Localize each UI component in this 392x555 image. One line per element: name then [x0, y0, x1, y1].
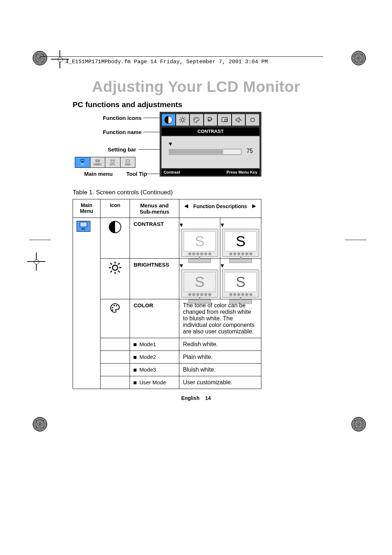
- th-icon: Icon: [101, 199, 130, 218]
- td-menu: COLOR: [130, 299, 179, 338]
- crop-mark-line: [345, 240, 367, 240]
- monitor-sample-high: ▾S: [221, 262, 261, 296]
- osd-function-name: CONTRAST: [162, 127, 260, 135]
- osd-icon-reset: [204, 114, 218, 126]
- osd-icon-contrast: [162, 114, 176, 126]
- mute-icon: [235, 116, 242, 123]
- brightness-icon: [109, 269, 121, 275]
- svg-point-20: [197, 118, 198, 119]
- td-desc: Plain white.: [179, 351, 261, 364]
- crop-mark: [351, 51, 366, 65]
- osd-tooltip-left: Contrast: [164, 170, 180, 174]
- svg-rect-5: [111, 160, 114, 162]
- svg-line-16: [180, 122, 181, 122]
- leader-line: [143, 118, 160, 118]
- osd-icon-pip: [217, 114, 232, 126]
- td-menu: BRIGHTNESS: [130, 259, 179, 299]
- svg-point-37: [112, 309, 113, 311]
- main-menu-tabs: PC VIDEO DTV OSD: [75, 157, 135, 168]
- footer-page: 14: [205, 395, 211, 401]
- svg-point-19: [196, 118, 196, 119]
- pc-badge: PC: [77, 221, 90, 232]
- crop-mark: [33, 51, 47, 65]
- main-menu-tab-label: VIDEO: [94, 163, 102, 166]
- svg-point-3: [96, 161, 97, 162]
- svg-line-23: [240, 119, 242, 121]
- svg-line-30: [110, 263, 112, 264]
- palette-icon: [193, 116, 200, 123]
- osd-setting-bar: [169, 149, 241, 154]
- bullet-icon: [134, 356, 136, 359]
- svg-line-17: [184, 117, 185, 118]
- svg-point-34: [112, 307, 113, 308]
- svg-point-9: [181, 118, 184, 121]
- marker-icon: ▾: [169, 140, 172, 148]
- osd-panel: CONTRAST ▾ 75 Contrast Press Menu Key: [160, 112, 261, 177]
- svg-point-4: [98, 161, 99, 162]
- svg-point-18: [195, 119, 195, 120]
- slider-fill: [169, 149, 223, 154]
- footer-lang: English: [181, 395, 200, 401]
- svg-line-7: [114, 159, 115, 160]
- main-menu-tab-video: VIDEO: [90, 157, 106, 167]
- td-main-menu-badge: PC: [73, 218, 101, 389]
- header-meta: 4_E151MP171MPbody.fm Page 14 Friday, Sep…: [65, 59, 268, 65]
- osd-value: 75: [246, 148, 253, 154]
- svg-rect-24: [251, 118, 254, 121]
- td-icon: [101, 218, 130, 259]
- antenna-icon: [110, 159, 115, 163]
- monitor-icon: [80, 222, 87, 227]
- svg-point-25: [113, 265, 118, 270]
- page-title: Adjusting Your LCD Monitor: [0, 78, 392, 96]
- osd-icon-mute: [232, 114, 246, 126]
- td-icon: [101, 376, 130, 389]
- svg-point-36: [116, 305, 117, 306]
- td-icon: [101, 351, 130, 364]
- osd-icon-brightness: [176, 114, 190, 126]
- crop-mark: [33, 417, 47, 432]
- osd-body: ▾ 75: [162, 136, 260, 168]
- osd-tooltip-right: Press Menu Key: [226, 170, 257, 174]
- leader-line: [147, 174, 161, 174]
- bullet-icon: [134, 381, 136, 384]
- th-main-menu: Main Menu: [73, 199, 101, 218]
- left-arrow-icon: ◄: [183, 202, 189, 210]
- crop-mark: [31, 256, 42, 267]
- label-function-icons: Function icons: [91, 115, 142, 121]
- th-fd-label: Function Descriptions: [189, 203, 251, 209]
- td-icon: [101, 338, 130, 351]
- svg-line-6: [111, 159, 112, 160]
- th-function-descriptions: ◄ Function Descriptions ►: [179, 199, 261, 218]
- svg-rect-8: [126, 160, 129, 162]
- td-icon: [101, 259, 130, 299]
- td-desc: User customizable.: [179, 376, 261, 389]
- screen-controls-table: Main Menu Icon Menus and Sub-menus ◄ Fun…: [73, 199, 261, 389]
- td-desc: The tone of color can be changed from re…: [179, 299, 261, 338]
- tape-icon: [95, 159, 101, 163]
- td-menu: Mode1: [130, 338, 179, 351]
- main-menu-tab-label: DTV: [110, 163, 115, 166]
- crop-mark: [54, 54, 65, 65]
- main-menu-tab-osd: OSD: [121, 157, 135, 167]
- table-caption: Table 1. Screen controls (Continued): [73, 189, 173, 196]
- crop-mark: [351, 417, 366, 432]
- main-menu-tab-dtv: DTV: [105, 157, 121, 167]
- main-menu-tab-label: PC: [81, 163, 84, 166]
- td-menu: User Mode: [130, 376, 179, 389]
- crop-mark-line: [29, 240, 51, 240]
- svg-line-15: [184, 122, 185, 122]
- palette-icon: [109, 309, 121, 315]
- label-main-menu: Main menu: [84, 171, 113, 177]
- monitor-icon: [79, 159, 85, 163]
- main-menu-tab-label: OSD: [125, 163, 130, 166]
- osd-icon-palette: [189, 114, 204, 126]
- box-icon: [125, 159, 131, 163]
- reset-icon: [207, 116, 214, 123]
- td-desc: Redish white.: [179, 338, 261, 351]
- header-rule: [40, 56, 323, 57]
- exit-icon: [249, 116, 256, 123]
- svg-point-35: [113, 305, 115, 306]
- osd-icon-row: [162, 114, 260, 126]
- right-arrow-icon: ►: [251, 202, 257, 210]
- td-icon: [101, 299, 130, 338]
